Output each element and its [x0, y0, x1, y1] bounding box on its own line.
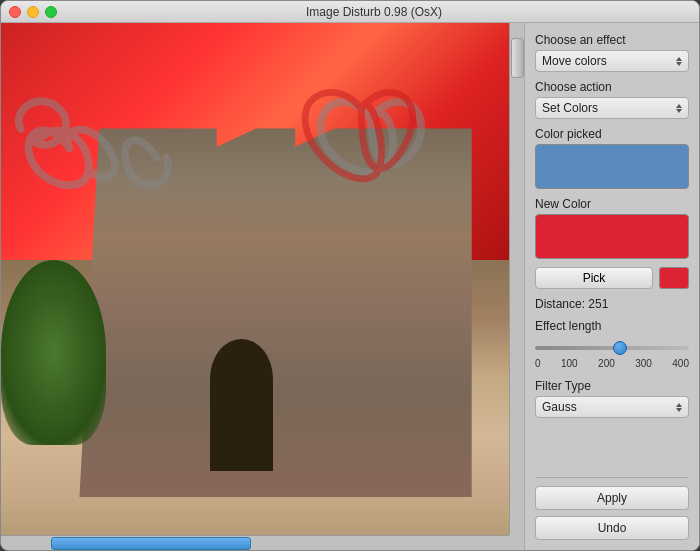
effect-length-section: Effect length 0 100 200 300 400 [535, 319, 689, 371]
pick-row: Pick [535, 267, 689, 289]
minimize-button[interactable] [27, 6, 39, 18]
close-button[interactable] [9, 6, 21, 18]
effect-dropdown[interactable]: Move colors [535, 50, 689, 72]
bottom-buttons: Apply Undo [535, 467, 689, 540]
effect-label: Choose an effect [535, 33, 689, 47]
apply-button[interactable]: Apply [535, 486, 689, 510]
effect-length-slider-track[interactable] [535, 346, 689, 350]
divider [535, 477, 689, 478]
maximize-button[interactable] [45, 6, 57, 18]
slider-label-400: 400 [672, 358, 689, 369]
filter-type-dropdown[interactable]: Gauss [535, 396, 689, 418]
action-arrow-down-icon [676, 109, 682, 113]
app-window: Image Disturb 0.98 (OsX) [0, 0, 700, 551]
window-title: Image Disturb 0.98 (OsX) [57, 5, 691, 19]
action-dropdown[interactable]: Set Colors [535, 97, 689, 119]
action-section: Choose action Set Colors [535, 80, 689, 119]
filter-type-value: Gauss [542, 400, 577, 414]
pick-button[interactable]: Pick [535, 267, 653, 289]
action-dropdown-arrows [676, 104, 682, 113]
arrow-up-icon [676, 57, 682, 61]
vegetation [1, 260, 106, 444]
new-color-label: New Color [535, 197, 689, 211]
slider-labels: 0 100 200 300 400 [535, 358, 689, 369]
color-picked-section: Color picked [535, 127, 689, 189]
undo-button[interactable]: Undo [535, 516, 689, 540]
filter-type-label: Filter Type [535, 379, 689, 393]
effect-length-slider-thumb[interactable] [613, 341, 627, 355]
undo-button-label: Undo [598, 521, 627, 535]
distance-row: Distance: 251 [535, 297, 689, 311]
pick-button-label: Pick [583, 271, 606, 285]
distance-label: Distance: 251 [535, 297, 608, 311]
filter-arrow-down-icon [676, 408, 682, 412]
right-panel: Choose an effect Move colors Choose acti… [524, 23, 699, 550]
action-value: Set Colors [542, 101, 598, 115]
effect-length-slider-container: 0 100 200 300 400 [535, 336, 689, 371]
action-arrow-up-icon [676, 104, 682, 108]
filter-arrow-up-icon [676, 403, 682, 407]
color-picked-label: Color picked [535, 127, 689, 141]
color-picked-swatch[interactable] [535, 144, 689, 189]
arch [210, 339, 273, 471]
titlebar: Image Disturb 0.98 (OsX) [1, 1, 699, 23]
canvas [1, 23, 524, 550]
horizontal-scrollbar[interactable] [1, 535, 509, 550]
main-content: Choose an effect Move colors Choose acti… [1, 23, 699, 550]
slider-label-100: 100 [561, 358, 578, 369]
slider-label-300: 300 [635, 358, 652, 369]
scrollbar-corner [509, 535, 524, 550]
slider-label-200: 200 [598, 358, 615, 369]
effect-dropdown-arrows [676, 57, 682, 66]
new-color-swatch[interactable] [535, 214, 689, 259]
graffiti-overlay [11, 49, 497, 286]
apply-button-label: Apply [597, 491, 627, 505]
action-label: Choose action [535, 80, 689, 94]
image-area[interactable] [1, 23, 524, 550]
slider-label-0: 0 [535, 358, 541, 369]
traffic-lights [9, 6, 57, 18]
pick-color-preview [659, 267, 689, 289]
horizontal-scrollbar-thumb[interactable] [51, 537, 251, 550]
new-color-section: New Color [535, 197, 689, 259]
vertical-scrollbar[interactable] [509, 23, 524, 535]
effect-section: Choose an effect Move colors [535, 33, 689, 72]
effect-length-label: Effect length [535, 319, 689, 333]
effect-value: Move colors [542, 54, 607, 68]
filter-type-section: Filter Type Gauss [535, 379, 689, 418]
vertical-scrollbar-thumb[interactable] [511, 38, 524, 78]
arrow-down-icon [676, 62, 682, 66]
filter-type-dropdown-arrows [676, 403, 682, 412]
